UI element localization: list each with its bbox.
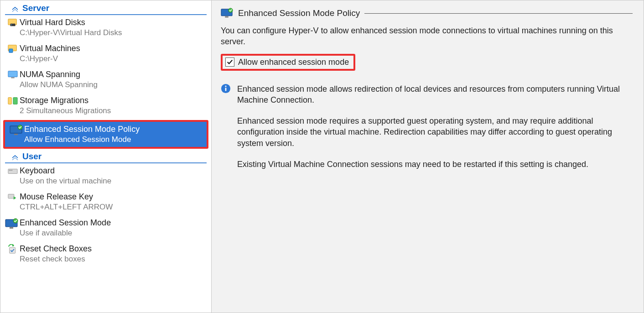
- pane-description: You can configure Hyper-V to allow enhan…: [221, 25, 618, 47]
- info-icon: [221, 83, 231, 94]
- svg-rect-7: [8, 98, 11, 104]
- item-title: NUMA Spanning: [20, 70, 207, 79]
- info-text: Enhanced session mode allows redirection…: [237, 83, 622, 180]
- item-title: Storage Migrations: [20, 96, 207, 105]
- svg-point-26: [225, 85, 226, 87]
- hyperv-settings-window: Server Virtual Hard Disks C:\Hyper-V\Vir…: [0, 0, 644, 313]
- settings-detail-pane: Enhanced Session Mode Policy You can con…: [211, 0, 644, 313]
- enhanced-session-monitor-icon: [10, 125, 23, 136]
- checkbox-label[interactable]: Allow enhanced session mode: [238, 57, 349, 67]
- mouse-release-icon: [8, 192, 18, 202]
- vm-folder-icon: [8, 44, 18, 54]
- svg-rect-22: [225, 16, 228, 18]
- sidebar-item-numa-spanning[interactable]: NUMA Spanning Allow NUMA Spanning: [0, 67, 211, 93]
- monitor-icon: [8, 70, 18, 80]
- settings-sidebar: Server Virtual Hard Disks C:\Hyper-V\Vir…: [0, 0, 211, 313]
- item-sub: Use if available: [20, 229, 207, 238]
- item-title: Keyboard: [20, 166, 207, 176]
- item-title: Reset Check Boxes: [20, 244, 207, 254]
- item-title: Virtual Machines: [20, 44, 207, 53]
- item-sub: Use on the virtual machine: [20, 177, 207, 186]
- section-label: Server: [22, 3, 49, 13]
- item-title: Mouse Release Key: [20, 192, 207, 202]
- item-title: Enhanced Session Mode: [20, 218, 207, 228]
- chevron-up-double-icon: [11, 5, 19, 12]
- sidebar-item-enhanced-session-mode-policy[interactable]: Enhanced Session Mode Policy Allow Enhan…: [5, 122, 207, 147]
- hdd-folder-icon: [8, 18, 18, 28]
- section-label: User: [22, 151, 42, 162]
- svg-rect-15: [11, 170, 12, 171]
- highlight-frame-checkbox: Allow enhanced session mode: [221, 54, 355, 71]
- enhanced-session-monitor-icon: [221, 8, 234, 19]
- sidebar-item-virtual-hard-disks[interactable]: Virtual Hard Disks C:\Hyper-V\Virtual Ha…: [0, 15, 211, 41]
- section-header-user[interactable]: User: [5, 150, 207, 163]
- item-sub: C:\Hyper-V\Virtual Hard Disks: [20, 28, 207, 37]
- item-sub: 2 Simultaneous Migrations: [20, 106, 207, 115]
- item-sub: Reset check boxes: [20, 255, 207, 264]
- sidebar-item-mouse-release-key[interactable]: Mouse Release Key CTRL+ALT+LEFT ARROW: [0, 189, 211, 215]
- svg-rect-5: [8, 71, 17, 77]
- sidebar-item-virtual-machines[interactable]: Virtual Machines C:\Hyper-V: [0, 41, 211, 67]
- pane-heading-row: Enhanced Session Mode Policy: [221, 8, 633, 19]
- sidebar-item-keyboard[interactable]: Keyboard Use on the virtual machine: [0, 163, 211, 189]
- pane-title: Enhanced Session Mode Policy: [238, 8, 360, 18]
- svg-rect-13: [9, 170, 10, 171]
- section-header-server[interactable]: Server: [5, 1, 207, 15]
- svg-rect-16: [8, 194, 14, 198]
- keyboard-icon: [8, 166, 18, 176]
- info-paragraph-3: Existing Virtual Machine Connection sess…: [237, 159, 622, 170]
- highlight-frame-sidebar: Enhanced Session Mode Policy Allow Enhan…: [3, 120, 208, 149]
- svg-rect-6: [11, 78, 14, 78]
- item-sub: Allow Enhanced Session Mode: [24, 135, 202, 144]
- svg-rect-1: [10, 24, 16, 26]
- item-sub: Allow NUMA Spanning: [20, 80, 207, 89]
- allow-enhanced-session-checkbox[interactable]: [225, 57, 234, 67]
- info-paragraph-1: Enhanced session mode allows redirection…: [237, 83, 622, 106]
- svg-rect-25: [225, 88, 227, 91]
- enhanced-session-monitor-icon: [5, 218, 19, 230]
- svg-rect-14: [10, 170, 11, 171]
- item-title: Virtual Hard Disks: [20, 18, 207, 27]
- svg-rect-8: [13, 98, 17, 104]
- sidebar-item-enhanced-session-mode[interactable]: Enhanced Session Mode Use if available: [0, 215, 211, 241]
- chevron-up-double-icon: [11, 153, 19, 160]
- svg-rect-4: [9, 49, 13, 52]
- pane-title-divider: [364, 13, 633, 14]
- storage-migration-icon: [8, 96, 18, 106]
- sidebar-item-storage-migrations[interactable]: Storage Migrations 2 Simultaneous Migrat…: [0, 93, 211, 119]
- info-paragraph-2: Enhanced session mode requires a support…: [237, 115, 622, 149]
- info-block: Enhanced session mode allows redirection…: [221, 83, 622, 180]
- svg-rect-18: [10, 227, 13, 229]
- item-title: Enhanced Session Mode Policy: [24, 125, 202, 134]
- item-sub: CTRL+ALT+LEFT ARROW: [20, 203, 207, 212]
- sidebar-item-reset-check-boxes[interactable]: Reset Check Boxes Reset check boxes: [0, 241, 211, 267]
- item-sub: C:\Hyper-V: [20, 54, 207, 63]
- svg-rect-10: [14, 134, 18, 135]
- checkmark-icon: [227, 59, 233, 65]
- reset-checkbox-icon: [8, 244, 18, 254]
- svg-rect-12: [8, 169, 17, 173]
- svg-rect-20: [10, 247, 16, 253]
- svg-point-2: [11, 25, 12, 26]
